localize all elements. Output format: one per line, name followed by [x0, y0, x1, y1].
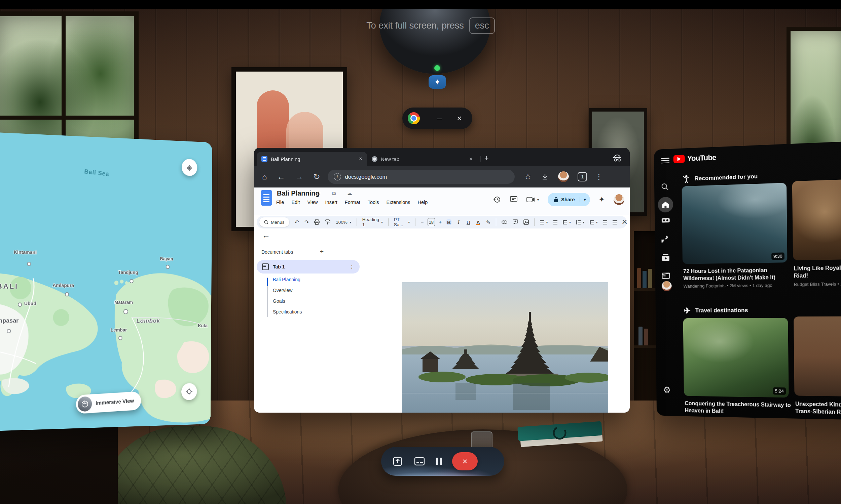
- numbered-list-icon[interactable]: [590, 220, 594, 224]
- menus-search-button[interactable]: Menus: [259, 217, 289, 227]
- forward-button[interactable]: →: [295, 172, 304, 181]
- gemini-assistant-button[interactable]: ✦: [429, 75, 446, 89]
- download-icon[interactable]: [541, 173, 549, 180]
- share-dropdown[interactable]: ▾: [580, 197, 590, 202]
- increase-indent-icon[interactable]: [613, 220, 617, 224]
- close-window-button[interactable]: ×: [457, 114, 462, 122]
- outline-item-specifications[interactable]: Specifications: [273, 309, 302, 314]
- meet-button[interactable]: ▾: [527, 196, 539, 203]
- map-layers-button[interactable]: ◈: [182, 159, 198, 176]
- share-button[interactable]: Share ▾: [548, 193, 590, 206]
- video-thumbnail-patagonia[interactable]: 9:30: [682, 183, 788, 264]
- line-spacing-icon[interactable]: [553, 220, 558, 224]
- insert-link-icon[interactable]: [501, 220, 507, 224]
- google-docs-icon[interactable]: [261, 190, 272, 205]
- browser-menu-kebab[interactable]: ⋮: [595, 173, 602, 181]
- bold-button[interactable]: B: [446, 219, 451, 225]
- doc-title-actions[interactable]: ☆ ⧉ ☁: [316, 190, 357, 197]
- home-tab-selected[interactable]: [658, 197, 673, 212]
- back-button[interactable]: ←: [277, 172, 285, 181]
- align-icon[interactable]: [540, 220, 544, 224]
- settings-gear-icon[interactable]: ⚙: [663, 385, 671, 395]
- print-icon[interactable]: [314, 219, 320, 225]
- menu-help[interactable]: Help: [418, 200, 428, 205]
- tab-options-kebab[interactable]: ⋮: [349, 264, 354, 269]
- document-tab-1[interactable]: Tab 1 ⋮: [257, 260, 360, 273]
- vr-icon[interactable]: [662, 218, 670, 223]
- paragraph-style-select[interactable]: Heading 1: [362, 217, 379, 227]
- video-title[interactable]: Conquering the Treacherous Stairway to H…: [685, 400, 792, 416]
- video-meta[interactable]: Wandering Footprints • 2M views • 1 day …: [684, 283, 794, 289]
- add-tab-button[interactable]: +: [320, 248, 324, 255]
- pip-window-icon[interactable]: [414, 457, 425, 466]
- sidebar-back-button[interactable]: ←: [262, 231, 270, 240]
- video-thumbnail-stairway[interactable]: 5:24: [683, 318, 789, 397]
- reload-button[interactable]: ↻: [313, 172, 320, 181]
- comments-icon[interactable]: [510, 196, 518, 204]
- profile-avatar[interactable]: [558, 172, 569, 182]
- menu-edit[interactable]: Edit: [291, 200, 300, 205]
- paint-format-icon[interactable]: [325, 219, 330, 225]
- pause-button[interactable]: [436, 457, 442, 465]
- outline-item-overview[interactable]: Overview: [273, 288, 292, 293]
- font-select[interactable]: PT Sa...: [394, 217, 406, 227]
- video-meta[interactable]: Budget Bliss Travels • 1.: [794, 281, 841, 287]
- tab-close-icon[interactable]: ×: [359, 156, 362, 162]
- menu-view[interactable]: View: [307, 200, 317, 205]
- decrease-font-button[interactable]: −: [421, 219, 424, 225]
- launcher-share-icon[interactable]: [393, 456, 403, 466]
- gemini-sparkle-icon[interactable]: ✦: [599, 195, 605, 204]
- tab-bali-planning[interactable]: Bali Planning ×: [257, 152, 367, 166]
- outline-item-bali-planning[interactable]: Bali Planning: [273, 277, 301, 282]
- bookmark-star-icon[interactable]: ☆: [525, 173, 532, 181]
- underline-button[interactable]: U: [466, 219, 471, 225]
- tab-new-tab[interactable]: New tab ×: [367, 152, 477, 166]
- add-comment-icon[interactable]: [513, 219, 518, 225]
- page-info-icon[interactable]: i: [334, 173, 341, 180]
- undo-icon[interactable]: ↶: [295, 219, 299, 226]
- menu-extensions[interactable]: Extensions: [387, 200, 410, 205]
- document-page[interactable]: Bali Planning Nov 14, 2024: [374, 229, 630, 413]
- menu-insert[interactable]: Insert: [325, 200, 338, 205]
- stop-session-button[interactable]: ×: [452, 452, 478, 470]
- video-title[interactable]: Living Like Royalty in Riad!: [794, 264, 841, 280]
- video-title[interactable]: Unexpected Kindness Trans-Siberian Railw…: [795, 400, 841, 417]
- text-color-button[interactable]: A: [476, 219, 481, 225]
- shorts-icon[interactable]: [662, 235, 668, 243]
- address-bar[interactable]: i docs.google.com: [328, 170, 515, 184]
- profile-avatar[interactable]: [662, 281, 672, 291]
- tab-counter-button[interactable]: 1: [578, 172, 587, 181]
- font-size-field[interactable]: 18: [428, 218, 435, 226]
- redo-icon[interactable]: ↷: [305, 219, 309, 226]
- insert-image-icon[interactable]: [524, 219, 529, 225]
- italic-button[interactable]: I: [456, 219, 461, 225]
- clear-formatting-icon[interactable]: ⨉: [622, 219, 627, 225]
- video-thumbnail-riad[interactable]: [792, 178, 841, 260]
- video-thumbnail-train[interactable]: [793, 316, 841, 397]
- library-icon[interactable]: [662, 271, 670, 279]
- account-avatar[interactable]: [614, 194, 624, 205]
- temple-photo[interactable]: [402, 282, 608, 413]
- menu-tools[interactable]: Tools: [368, 200, 379, 205]
- zoom-select[interactable]: 100%: [336, 220, 347, 225]
- decrease-indent-icon[interactable]: [603, 220, 607, 224]
- increase-font-button[interactable]: +: [439, 219, 442, 225]
- highlight-pen-icon[interactable]: ✎: [486, 219, 491, 226]
- subscriptions-icon[interactable]: [662, 254, 670, 262]
- minimize-button[interactable]: –: [437, 114, 442, 123]
- google-maps-panel[interactable]: Bali Sea Buleleng Kintamani Bayan Tandju…: [0, 130, 212, 433]
- video-title[interactable]: 72 Hours Lost in the Patagonian Wilderne…: [683, 267, 788, 282]
- new-tab-button[interactable]: +: [484, 154, 489, 163]
- menu-file[interactable]: File: [276, 200, 284, 205]
- document-title[interactable]: Bali Planning: [277, 190, 320, 197]
- search-icon[interactable]: [661, 183, 669, 191]
- youtube-logo[interactable]: YouTube: [673, 153, 716, 164]
- home-button[interactable]: ⌂: [262, 172, 267, 181]
- menu-format[interactable]: Format: [345, 200, 360, 205]
- bulleted-list-icon[interactable]: [576, 220, 581, 224]
- checklist-icon[interactable]: [563, 220, 567, 224]
- outline-item-goals[interactable]: Goals: [273, 299, 285, 304]
- menu-hamburger-icon[interactable]: [662, 158, 669, 164]
- tab-close-icon[interactable]: ×: [469, 156, 473, 162]
- version-history-icon[interactable]: [493, 196, 501, 204]
